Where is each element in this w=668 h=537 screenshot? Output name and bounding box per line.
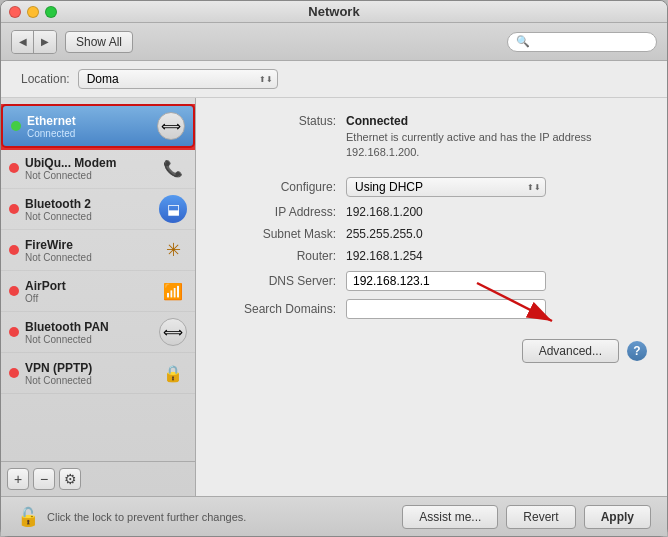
- status-dot-bluetoothpan: [9, 327, 19, 337]
- bottom-buttons: Assist me... Revert Apply: [402, 505, 651, 529]
- search-domains-row: Search Domains:: [216, 299, 647, 319]
- configure-select-wrapper: Using DHCP Manually Using BOOTP: [346, 177, 546, 197]
- net-info-bluetoothpan: Bluetooth PAN Not Connected: [25, 320, 155, 345]
- net-info-airport: AirPort Off: [25, 279, 155, 304]
- network-list: Ethernet Connected ⟺ UbiQu... Modem Not …: [1, 104, 195, 461]
- net-status-vpn: Not Connected: [25, 375, 155, 386]
- assist-me-button[interactable]: Assist me...: [402, 505, 498, 529]
- apply-button[interactable]: Apply: [584, 505, 651, 529]
- net-name-modem: UbiQu... Modem: [25, 156, 155, 170]
- ip-address-row: IP Address: 192.168.1.200: [216, 205, 647, 219]
- net-info-vpn: VPN (PPTP) Not Connected: [25, 361, 155, 386]
- net-name-airport: AirPort: [25, 279, 155, 293]
- net-info-ethernet: Ethernet Connected: [27, 114, 153, 139]
- ip-address-value: 192.168.1.200: [346, 205, 647, 219]
- detail-panel: Status: Connected Ethernet is currently …: [196, 98, 667, 496]
- network-item-firewire[interactable]: FireWire Not Connected ✳: [1, 230, 195, 271]
- net-status-airport: Off: [25, 293, 155, 304]
- network-item-modem[interactable]: UbiQu... Modem Not Connected 📞: [1, 148, 195, 189]
- ip-address-label: IP Address:: [216, 205, 336, 219]
- net-name-vpn: VPN (PPTP): [25, 361, 155, 375]
- status-dot-airport: [9, 286, 19, 296]
- sidebar: Ethernet Connected ⟺ UbiQu... Modem Not …: [1, 98, 196, 496]
- location-label: Location:: [21, 72, 70, 86]
- status-dot-firewire: [9, 245, 19, 255]
- status-value-area: Connected Ethernet is currently active a…: [346, 114, 647, 161]
- search-domains-label: Search Domains:: [216, 302, 336, 316]
- network-item-bluetooth2[interactable]: Bluetooth 2 Not Connected ⬓: [1, 189, 195, 230]
- configure-row: Configure: Using DHCP Manually Using BOO…: [216, 177, 647, 197]
- ethernet-icon: ⟺: [157, 112, 185, 140]
- net-info-firewire: FireWire Not Connected: [25, 238, 155, 263]
- location-bar: Location: Doma Automatic: [1, 61, 667, 98]
- status-dot-ethernet: [11, 121, 21, 131]
- net-info-modem: UbiQu... Modem Not Connected: [25, 156, 155, 181]
- search-input[interactable]: [534, 35, 648, 49]
- maximize-button[interactable]: [45, 6, 57, 18]
- location-select-wrapper: Doma Automatic: [78, 69, 278, 89]
- configure-label: Configure:: [216, 180, 336, 194]
- status-label: Status:: [216, 114, 336, 128]
- search-domains-input[interactable]: [346, 299, 546, 319]
- network-item-ethernet[interactable]: Ethernet Connected ⟺: [1, 104, 195, 148]
- traffic-lights: [9, 6, 57, 18]
- help-button[interactable]: ?: [627, 341, 647, 361]
- back-button[interactable]: ◀: [12, 31, 34, 53]
- dns-server-label: DNS Server:: [216, 274, 336, 288]
- advanced-section: Advanced... ?: [216, 339, 647, 363]
- net-name-bluetoothpan: Bluetooth PAN: [25, 320, 155, 334]
- lock-icon[interactable]: 🔓: [17, 506, 39, 528]
- network-item-bluetoothpan[interactable]: Bluetooth PAN Not Connected ⟺: [1, 312, 195, 353]
- subnet-mask-label: Subnet Mask:: [216, 227, 336, 241]
- toolbar: ◀ ▶ Show All 🔍: [1, 23, 667, 61]
- net-status-bluetooth2: Not Connected: [25, 211, 155, 222]
- router-row: Router: 192.168.1.254: [216, 249, 647, 263]
- modem-icon: 📞: [159, 154, 187, 182]
- status-dot-modem: [9, 163, 19, 173]
- network-item-vpn[interactable]: VPN (PPTP) Not Connected 🔒: [1, 353, 195, 394]
- minimize-button[interactable]: [27, 6, 39, 18]
- window-title: Network: [308, 4, 359, 19]
- title-bar: Network: [1, 1, 667, 23]
- status-description: Ethernet is currently active and has the…: [346, 130, 647, 161]
- net-name-firewire: FireWire: [25, 238, 155, 252]
- firewire-icon: ✳: [159, 236, 187, 264]
- subnet-mask-row: Subnet Mask: 255.255.255.0: [216, 227, 647, 241]
- network-options-button[interactable]: ⚙: [59, 468, 81, 490]
- bottom-bar: 🔓 Click the lock to prevent further chan…: [1, 496, 667, 536]
- network-item-airport[interactable]: AirPort Off 📶: [1, 271, 195, 312]
- location-select[interactable]: Doma Automatic: [78, 69, 278, 89]
- forward-button[interactable]: ▶: [34, 31, 56, 53]
- dns-server-row: DNS Server: 192.168.123.1: [216, 271, 647, 291]
- advanced-button[interactable]: Advanced...: [522, 339, 619, 363]
- dns-server-input[interactable]: 192.168.123.1: [346, 271, 546, 291]
- status-row: Status: Connected Ethernet is currently …: [216, 114, 647, 161]
- net-status-ethernet: Connected: [27, 128, 153, 139]
- net-name-bluetooth2: Bluetooth 2: [25, 197, 155, 211]
- status-dot-bluetooth2: [9, 204, 19, 214]
- show-all-button[interactable]: Show All: [65, 31, 133, 53]
- network-preferences-window: Network ◀ ▶ Show All 🔍 Location: Doma Au…: [0, 0, 668, 537]
- airport-icon: 📶: [159, 277, 187, 305]
- lock-text: Click the lock to prevent further change…: [47, 511, 394, 523]
- vpn-icon: 🔒: [159, 359, 187, 387]
- remove-network-button[interactable]: −: [33, 468, 55, 490]
- subnet-mask-value: 255.255.255.0: [346, 227, 647, 241]
- net-info-bluetooth2: Bluetooth 2 Not Connected: [25, 197, 155, 222]
- bluetoothpan-icon: ⟺: [159, 318, 187, 346]
- router-label: Router:: [216, 249, 336, 263]
- router-value: 192.168.1.254: [346, 249, 647, 263]
- net-name-ethernet: Ethernet: [27, 114, 153, 128]
- bluetooth2-icon: ⬓: [159, 195, 187, 223]
- sidebar-bottom: + − ⚙: [1, 461, 195, 496]
- add-network-button[interactable]: +: [7, 468, 29, 490]
- net-status-modem: Not Connected: [25, 170, 155, 181]
- configure-select[interactable]: Using DHCP Manually Using BOOTP: [346, 177, 546, 197]
- net-status-bluetoothpan: Not Connected: [25, 334, 155, 345]
- close-button[interactable]: [9, 6, 21, 18]
- revert-button[interactable]: Revert: [506, 505, 575, 529]
- nav-buttons: ◀ ▶: [11, 30, 57, 54]
- search-icon: 🔍: [516, 35, 530, 48]
- net-status-firewire: Not Connected: [25, 252, 155, 263]
- status-connected-text: Connected: [346, 114, 647, 128]
